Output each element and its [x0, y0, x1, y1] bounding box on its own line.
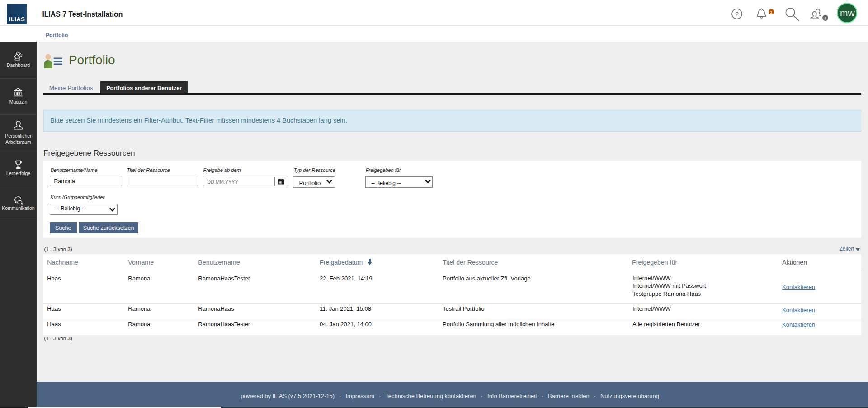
- svg-text:?: ?: [735, 11, 739, 18]
